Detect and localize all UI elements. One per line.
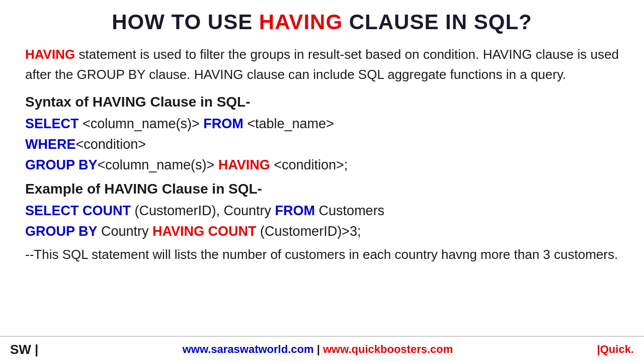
kw-select: SELECT (25, 116, 79, 131)
footer-right: |Quick. (597, 343, 634, 356)
syntax-condition: <condition> (76, 137, 146, 152)
syntax-col-name: <column_name(s)> (83, 116, 203, 131)
syntax-heading: Syntax of HAVING Clause in SQL- (25, 94, 619, 110)
footer-url-quickboosters: www.quickboosters.com (323, 343, 453, 355)
ex-country: Country (101, 224, 152, 239)
footer-center: www.saraswatworld.com | www.quickbooster… (183, 343, 453, 356)
example-line-1: SELECT COUNT (CustomerID), Country FROM … (25, 203, 619, 219)
main-content: HOW TO USE HAVING CLAUSE IN SQL? HAVING … (0, 0, 644, 336)
example-heading: Example of HAVING Clause in SQL- (25, 181, 619, 197)
syntax-having-condition: <condition>; (270, 157, 348, 172)
ex-customers: Customers (319, 203, 385, 218)
ex-customerid: (CustomerID), Country (135, 203, 275, 218)
kw-from: FROM (203, 116, 243, 131)
syntax-line-3: GROUP BY<column_name(s)> HAVING <conditi… (25, 157, 619, 173)
syntax-line-1: SELECT <column_name(s)> FROM <table_name… (25, 116, 619, 132)
syntax-line-2: WHERE<condition> (25, 137, 619, 152)
kw-select-count: SELECT COUNT (25, 203, 131, 218)
kw-group-by-ex: GROUP BY (25, 224, 98, 239)
intro-text: statement is used to filter the groups i… (25, 47, 619, 82)
ex-having-condition: (CustomerID)>3; (260, 224, 361, 239)
footer-url-saraswat: www.saraswatworld.com (183, 343, 314, 355)
having-keyword-intro: HAVING (25, 47, 75, 62)
kw-from-ex: FROM (275, 203, 315, 218)
comment-text: --This SQL statement will lists the numb… (25, 244, 619, 264)
syntax-table-name: <table_name> (247, 116, 334, 131)
kw-group-by: GROUP BY (25, 157, 98, 172)
having-highlight: HAVING (259, 10, 343, 34)
intro-paragraph: HAVING statement is used to filter the g… (25, 44, 619, 85)
footer-left: SW | (10, 342, 38, 357)
footer-separator: | (317, 343, 323, 355)
kw-having-count: HAVING COUNT (152, 224, 257, 239)
syntax-groupby-col: <column_name(s)> (98, 157, 218, 172)
example-line-2: GROUP BY Country HAVING COUNT (CustomerI… (25, 224, 619, 239)
footer: SW | www.saraswatworld.com | www.quickbo… (0, 336, 644, 362)
page-title: HOW TO USE HAVING CLAUSE IN SQL? (25, 10, 619, 34)
kw-having-syntax: HAVING (218, 157, 270, 172)
kw-where: WHERE (25, 137, 76, 152)
